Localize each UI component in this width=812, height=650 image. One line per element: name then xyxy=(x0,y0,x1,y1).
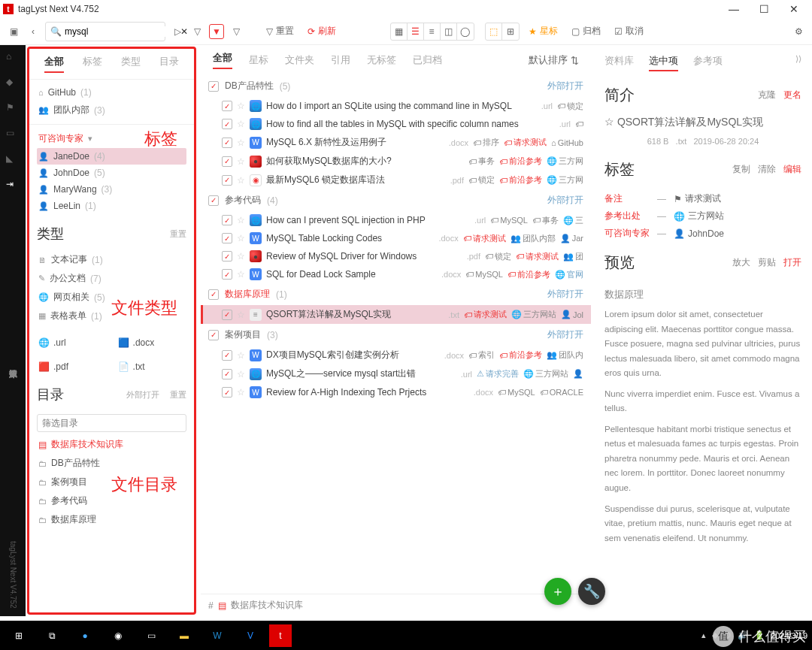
expert-section[interactable]: 可咨询专家▾ xyxy=(37,129,186,148)
file-row[interactable]: ☆ ● 如何获取MySQL数据库的大小? 🏷事务🏷前沿参考🌐三方网 xyxy=(201,152,591,171)
sidebar-ext[interactable]: 📄.txt xyxy=(117,358,184,375)
sidebar-item[interactable]: 👥团队内部(3) xyxy=(37,101,186,119)
dir-reset[interactable]: 重置 xyxy=(170,389,186,401)
app-v[interactable]: V xyxy=(236,624,265,647)
row-checkbox[interactable] xyxy=(222,119,232,129)
select-b-icon[interactable]: ⊞ xyxy=(502,23,519,40)
row-checkbox[interactable] xyxy=(222,310,232,320)
star-icon[interactable]: ☆ xyxy=(237,269,245,280)
maximize-button[interactable]: ☐ xyxy=(749,0,779,18)
file-row[interactable]: ☆ ● Review of MySQL Driver for Windows .… xyxy=(201,247,591,265)
taskview-icon[interactable]: ⧉ xyxy=(38,624,66,647)
star-button[interactable]: ★星标 xyxy=(524,23,562,39)
file-tag[interactable]: 👤 xyxy=(573,369,583,379)
sidebar-tab-all[interactable]: 全部 xyxy=(44,55,64,73)
file-tag[interactable]: 🏷MySQL xyxy=(490,216,528,225)
file-tag[interactable]: 🌐三方网站 xyxy=(511,309,556,320)
file-tag[interactable]: 🏷请求测试 xyxy=(516,251,559,262)
group-external-open[interactable]: 外部打开 xyxy=(547,288,583,301)
star-icon[interactable]: ☆ xyxy=(237,215,245,225)
view-list-icon[interactable]: ☰ xyxy=(408,23,424,40)
file-row[interactable]: ☆ W Review for A-High Indexing Tech Prje… xyxy=(201,383,591,401)
file-tag[interactable]: 🏷索引 xyxy=(468,349,495,361)
tray-icon[interactable]: ▴ xyxy=(701,630,706,640)
sidebar-person[interactable]: 👤JaneDoe(4) xyxy=(37,148,186,165)
group-header[interactable]: 数据库原理(1) 外部打开 xyxy=(201,283,591,305)
preview-open[interactable]: 打开 xyxy=(783,256,801,269)
sort-dropdown[interactable]: 默认排序 ⇅ xyxy=(529,53,579,67)
file-tag[interactable]: 🏷前沿参考 xyxy=(499,156,542,167)
file-tag[interactable]: 🏷ORACLE xyxy=(540,388,583,397)
group-header[interactable]: DB产品特性(5) 外部打开 xyxy=(201,75,591,97)
sidebar-tab-tags[interactable]: 标签 xyxy=(83,55,102,73)
file-tag[interactable]: 👥团队内 xyxy=(547,349,583,361)
file-tag[interactable]: 👥团 xyxy=(563,251,583,262)
row-checkbox[interactable] xyxy=(222,369,232,379)
rail-book-icon[interactable]: ▭ xyxy=(6,128,20,141)
dtab-library[interactable]: 资料库 xyxy=(604,54,634,71)
star-icon[interactable]: ☆ xyxy=(237,350,245,361)
sidebar-type[interactable]: 🗎文本记事(1) xyxy=(37,250,186,269)
group-header[interactable]: 案例项目(3) 外部打开 xyxy=(201,324,591,346)
app-word[interactable]: W xyxy=(203,624,232,647)
view-chart-icon[interactable]: ◫ xyxy=(441,23,457,40)
close-button[interactable]: ✕ xyxy=(779,0,809,18)
rail-expand-icon[interactable]: ⇥ xyxy=(6,179,20,192)
sidebar-type[interactable]: 🌐网页相关(5) xyxy=(37,288,186,307)
file-tag[interactable]: 🏷锁定 xyxy=(468,174,495,186)
file-tag[interactable]: 🏷前沿参考 xyxy=(508,269,550,280)
ctab-all[interactable]: 全部 xyxy=(213,51,232,69)
sidebar-type[interactable]: ▦表格表单(1) xyxy=(37,307,186,325)
file-tag[interactable]: ⚠请求完善 xyxy=(477,368,519,379)
row-checkbox[interactable] xyxy=(222,175,232,186)
start-button[interactable]: ⊞ xyxy=(5,624,33,647)
file-tag[interactable]: 👤Jol xyxy=(561,310,583,319)
dtab-selected[interactable]: 选中项 xyxy=(649,54,678,71)
view-circle-icon[interactable]: ◯ xyxy=(457,23,474,40)
file-tag[interactable]: 🏷请求测试 xyxy=(464,309,507,320)
dir-external-open[interactable]: 外部打开 xyxy=(126,389,159,401)
group-checkbox[interactable] xyxy=(208,195,219,206)
group-external-open[interactable]: 外部打开 xyxy=(547,80,583,92)
file-row[interactable]: ☆ W MySQL 6.X 新特性及运用例子 .docx 🏷排序🏷请求测试⌂Gi… xyxy=(201,133,591,152)
breadcrumb[interactable]: 数据库技术知识库 xyxy=(231,599,303,612)
rail-tag-icon[interactable]: ◣ xyxy=(6,153,20,167)
sidebar-person[interactable]: 👤JohnDoe(5) xyxy=(37,165,186,181)
search-mode-icon[interactable]: ▷ xyxy=(170,24,185,39)
file-tag[interactable]: 🏷前沿参考 xyxy=(499,349,542,361)
ctab-star[interactable]: 星标 xyxy=(249,53,268,67)
file-tag[interactable]: 🏷事务 xyxy=(468,156,495,167)
file-tag[interactable]: 🏷前沿参考 xyxy=(499,174,542,186)
filter-active-icon[interactable]: ▼ xyxy=(209,24,224,39)
app-chrome[interactable]: ◉ xyxy=(104,624,132,647)
ctab-archived[interactable]: 已归档 xyxy=(413,53,442,67)
view-compact-icon[interactable]: ≡ xyxy=(424,23,441,40)
sidebar-person[interactable]: 👤LeeLin(1) xyxy=(37,198,186,214)
tags-edit[interactable]: 编辑 xyxy=(783,163,801,176)
row-checkbox[interactable] xyxy=(222,101,232,111)
archive-button[interactable]: ▢归档 xyxy=(567,23,605,39)
sidebar-type[interactable]: ✎办公文档(7) xyxy=(37,269,186,288)
app-chrome-colored[interactable]: ● xyxy=(71,624,99,647)
file-tag[interactable]: 🏷锁定 xyxy=(485,251,511,262)
settings-icon[interactable]: ⚙ xyxy=(791,24,806,39)
group-checkbox[interactable] xyxy=(208,289,219,300)
preview-cut[interactable]: 剪贴 xyxy=(758,256,776,269)
panel-toggle-icon[interactable]: ▣ xyxy=(6,24,21,39)
file-tag[interactable]: 🏷锁定 xyxy=(557,101,583,112)
file-tag[interactable]: 🏷请求测试 xyxy=(504,137,547,148)
file-tag[interactable]: 🌐三方网 xyxy=(547,174,583,186)
file-row[interactable]: ☆ 🌐 MySQL之——service mysql start出错 .url ⚠… xyxy=(201,364,591,383)
sidebar-dir[interactable]: 🗀参考代码 xyxy=(37,491,186,510)
app-explorer[interactable]: ▬ xyxy=(170,624,198,647)
type-reset[interactable]: 重置 xyxy=(170,228,186,240)
refresh-button[interactable]: ⟳刷新 xyxy=(303,23,341,39)
sidebar-dir[interactable]: 🗀数据库原理 xyxy=(37,510,186,529)
file-tag[interactable]: 🏷排序 xyxy=(473,137,499,148)
star-icon[interactable]: ☆ xyxy=(237,369,245,379)
file-row[interactable]: ☆ 🌐 How do I import an SQLite using the … xyxy=(201,97,591,115)
star-icon[interactable]: ☆ xyxy=(237,101,245,111)
file-tag[interactable]: 🌐三方网站 xyxy=(523,368,568,379)
star-icon[interactable]: ☆ xyxy=(237,251,245,262)
sidebar-ext[interactable]: 🌐.url xyxy=(37,334,105,351)
